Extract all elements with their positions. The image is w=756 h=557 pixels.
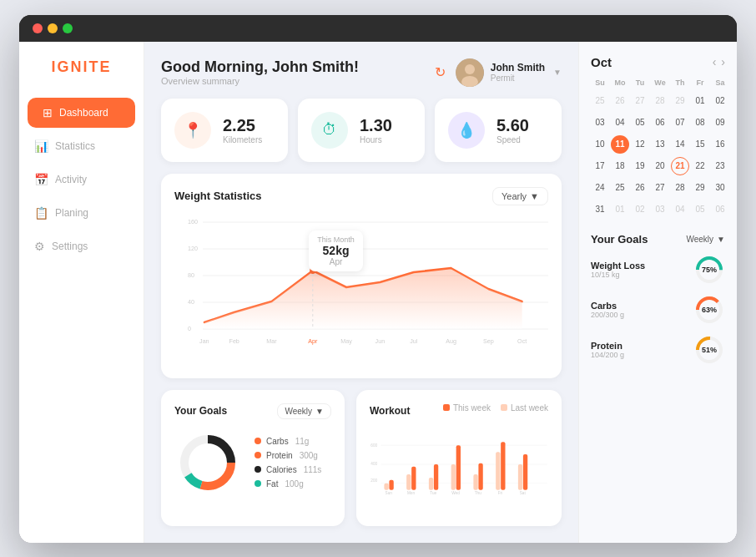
circle-progress-weight-loss: 75%: [693, 254, 725, 286]
cal-day[interactable]: 12: [631, 135, 649, 154]
cal-day[interactable]: 01: [611, 200, 629, 219]
cal-day[interactable]: 25: [611, 179, 629, 197]
weight-chart-area: This Month 52kg Apr 160 120 80 40 0: [174, 214, 548, 347]
cal-day[interactable]: 26: [611, 92, 629, 110]
refresh-icon[interactable]: ↻: [435, 64, 446, 80]
cal-day[interactable]: 19: [631, 157, 649, 175]
sidebar-item-planing[interactable]: 📋 Planing: [19, 198, 144, 228]
last-week-square: [501, 404, 507, 411]
kilometers-icon: 📍: [174, 112, 211, 149]
calendar-next-btn[interactable]: ›: [721, 55, 725, 68]
legend-last-week: Last week: [501, 403, 548, 413]
chevron-down-icon[interactable]: ▼: [553, 68, 562, 77]
tooltip-value: 52kg: [317, 244, 355, 257]
cal-day[interactable]: 06: [651, 114, 669, 132]
svg-text:Sun: Sun: [386, 491, 393, 495]
protein-label: Protein: [266, 451, 293, 460]
cal-day[interactable]: 28: [651, 92, 669, 110]
chart-header: Weight Statistics Yearly ▼: [174, 187, 548, 205]
cal-day[interactable]: 16: [711, 135, 729, 154]
svg-text:Jul: Jul: [410, 337, 417, 344]
circle-pct-protein: 51%: [702, 346, 717, 354]
cal-day[interactable]: 01: [691, 92, 709, 110]
cal-day[interactable]: 31: [591, 200, 609, 219]
filter-label: Yearly: [501, 191, 527, 201]
sidebar-label-activity: Activity: [55, 174, 87, 185]
svg-text:200: 200: [370, 479, 377, 483]
cal-day[interactable]: 17: [591, 157, 609, 175]
main-content: Good Morning, John Smith! Overview summa…: [144, 42, 578, 543]
greeting-section: Good Morning, John Smith! Overview summa…: [161, 58, 359, 86]
cal-day[interactable]: 29: [691, 179, 709, 197]
goal-info-weight-loss: Weight Loss 10/15 kg: [591, 261, 693, 279]
donut-chart: [174, 429, 241, 496]
chart-tooltip: This Month 52kg Apr: [309, 230, 363, 271]
this-week-square: [443, 404, 450, 411]
workout-legend: This week Last week: [443, 403, 548, 413]
carbs-value: 11g: [295, 437, 310, 446]
cal-day[interactable]: 18: [611, 157, 629, 175]
cal-day[interactable]: 30: [711, 179, 729, 197]
cal-day[interactable]: 07: [671, 114, 689, 132]
user-profile[interactable]: John Smith Permit ▼: [456, 58, 562, 87]
cal-day[interactable]: 02: [711, 92, 729, 110]
cal-day[interactable]: 15: [691, 135, 709, 154]
goals-panel-filter[interactable]: Weekly ▼: [686, 235, 725, 244]
stat-card-speed: 💧 5.60 Speed: [435, 99, 562, 162]
sidebar-item-settings[interactable]: ⚙ Settings: [19, 231, 144, 261]
app-container: IGNITE ⊞ Dashboard 📊 Statistics 📅 Activi…: [19, 42, 737, 543]
goals-panel-title: Your Goals: [591, 233, 648, 246]
cal-day[interactable]: 02: [631, 200, 649, 219]
cal-day[interactable]: 05: [631, 114, 649, 132]
cal-day[interactable]: 22: [691, 157, 709, 175]
cal-day-highlighted[interactable]: 21: [671, 157, 689, 175]
minimize-icon[interactable]: [48, 23, 58, 33]
cal-day[interactable]: 29: [671, 92, 689, 110]
bottom-row: Your Goals Weekly ▼: [161, 390, 562, 526]
cal-day-today[interactable]: 11: [611, 135, 629, 154]
cal-day[interactable]: 24: [591, 179, 609, 197]
close-icon[interactable]: [33, 23, 43, 33]
donut-legend: Carbs 11g Protein 300g Calories: [255, 437, 321, 489]
goal-name-carbs: Carbs: [591, 301, 693, 311]
cal-day[interactable]: 14: [671, 135, 689, 154]
cal-day[interactable]: 03: [651, 200, 669, 219]
speed-icon: 💧: [448, 112, 485, 149]
settings-icon: ⚙: [34, 240, 45, 253]
cal-day[interactable]: 03: [591, 114, 609, 132]
cal-day[interactable]: 26: [631, 179, 649, 197]
maximize-icon[interactable]: [63, 23, 73, 33]
svg-text:Tue: Tue: [430, 491, 436, 495]
calendar-prev-btn[interactable]: ‹: [713, 55, 717, 68]
cal-day[interactable]: 27: [651, 179, 669, 197]
cal-day[interactable]: 04: [611, 114, 629, 132]
goals-filter[interactable]: Weekly ▼: [277, 403, 331, 419]
user-name: John Smith: [491, 62, 545, 73]
chart-filter-dropdown[interactable]: Yearly ▼: [492, 187, 548, 205]
svg-text:Mon: Mon: [407, 491, 415, 495]
cal-day[interactable]: 28: [671, 179, 689, 197]
cal-day[interactable]: 04: [671, 200, 689, 219]
cal-day[interactable]: 27: [631, 92, 649, 110]
sidebar-item-statistics[interactable]: 📊 Statistics: [19, 131, 144, 161]
sidebar-item-activity[interactable]: 📅 Activity: [19, 165, 144, 195]
cal-day[interactable]: 20: [651, 157, 669, 175]
cal-day[interactable]: 23: [711, 157, 729, 175]
cal-day[interactable]: 06: [711, 200, 729, 219]
circle-progress-protein: 51%: [693, 334, 725, 366]
cal-day[interactable]: 25: [591, 92, 609, 110]
svg-text:Oct: Oct: [517, 337, 527, 344]
cal-day[interactable]: 08: [691, 114, 709, 132]
browser-bar: [19, 15, 737, 42]
cal-day[interactable]: 05: [691, 200, 709, 219]
cal-day[interactable]: 13: [651, 135, 669, 154]
cal-day[interactable]: 10: [591, 135, 609, 154]
cal-day[interactable]: 09: [711, 114, 729, 132]
stat-value-hours: 1.30: [360, 116, 392, 135]
sidebar-item-dashboard[interactable]: ⊞ Dashboard: [28, 98, 135, 128]
bar-sat-tw: [523, 453, 527, 489]
svg-text:120: 120: [188, 244, 198, 251]
svg-text:400: 400: [370, 462, 377, 466]
bar-fri-tw: [501, 442, 505, 490]
right-panel: Oct ‹ › Su Mo Tu We Th Fr Sa 25 26: [578, 42, 737, 543]
